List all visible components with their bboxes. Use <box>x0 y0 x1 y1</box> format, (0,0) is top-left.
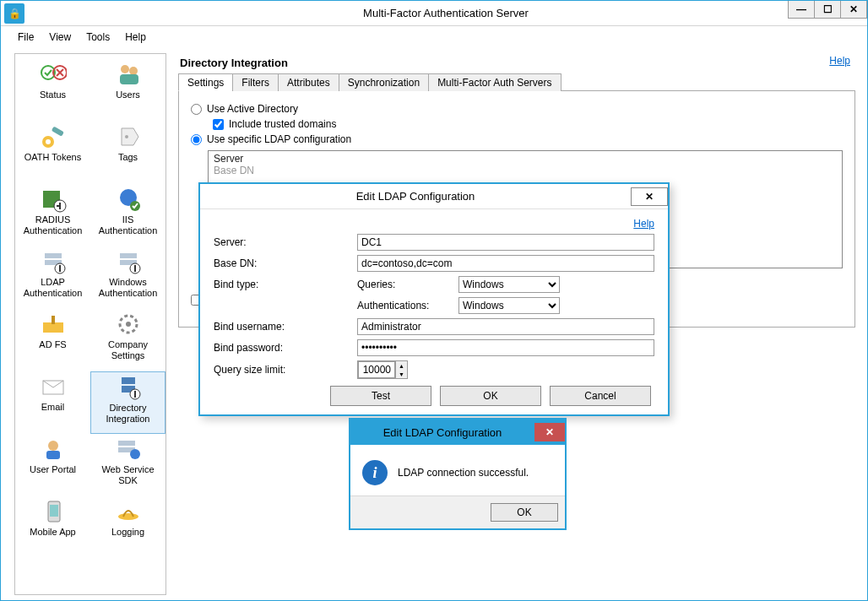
input-qsize[interactable] <box>358 361 395 378</box>
svg-rect-24 <box>122 377 135 384</box>
close-button[interactable]: ✕ <box>840 0 867 19</box>
tab-mfa-servers[interactable]: Multi-Factor Auth Servers <box>428 73 561 91</box>
list-header-server: Server <box>214 153 837 165</box>
nav-adfs-label: AD FS <box>39 339 66 350</box>
test-button[interactable]: Test <box>330 386 431 406</box>
nav-logging[interactable]: Logging <box>90 496 165 559</box>
ldap-dialog-close-button[interactable]: ✕ <box>631 187 668 206</box>
page-title: Directory Integration <box>178 55 855 73</box>
help-link[interactable]: Help <box>829 55 850 67</box>
nav-company-label: Company Settings <box>92 339 164 361</box>
spinner-up[interactable]: ▲ <box>396 361 407 370</box>
ldap-dialog-help-link[interactable]: Help <box>214 218 654 230</box>
svg-rect-33 <box>50 505 58 517</box>
nav-email-label: Email <box>41 402 65 413</box>
titlebar: 🔒 Multi-Factor Authentication Server — ☐… <box>1 1 867 26</box>
label-ad: Use Active Directory <box>207 103 298 115</box>
nav-ldap[interactable]: LDAP Authentication <box>15 246 90 309</box>
svg-point-8 <box>125 135 128 138</box>
input-bindpass[interactable] <box>357 339 654 356</box>
nav-users[interactable]: Users <box>90 59 165 122</box>
svg-point-27 <box>48 441 58 451</box>
svg-point-3 <box>129 67 138 75</box>
msgbox-text: LDAP connection successful. <box>398 467 529 479</box>
tab-settings[interactable]: Settings <box>178 73 233 91</box>
nav-user-portal[interactable]: User Portal <box>15 434 90 496</box>
tabbar: Settings Filters Attributes Synchronizat… <box>178 73 855 91</box>
menu-tools[interactable]: Tools <box>86 31 110 43</box>
input-server[interactable] <box>357 234 654 251</box>
minimize-button[interactable]: — <box>788 0 815 19</box>
label-qsize: Query size limit: <box>214 364 357 376</box>
msgbox-close-button[interactable]: ✕ <box>534 423 565 441</box>
nav-directory-integration[interactable]: Directory Integration <box>90 371 165 434</box>
svg-rect-13 <box>45 253 62 258</box>
input-binduser[interactable] <box>357 318 654 335</box>
menu-help[interactable]: Help <box>125 31 146 43</box>
info-icon: i <box>362 460 388 485</box>
nav-status-label: Status <box>40 89 66 100</box>
svg-point-34 <box>118 513 138 520</box>
radio-active-directory[interactable] <box>191 104 202 115</box>
maximize-button[interactable]: ☐ <box>814 0 841 19</box>
label-bindtype: Bind type: <box>214 279 357 290</box>
nav-radius-label: RADIUS Authentication <box>17 214 89 236</box>
select-auths[interactable]: Windows <box>458 297 560 314</box>
nav-mobile-label: Mobile App <box>30 527 75 538</box>
tab-sync[interactable]: Synchronization <box>339 73 429 91</box>
nav-web-sdk[interactable]: Web Service SDK <box>90 434 165 496</box>
nav-sdk-label: Web Service SDK <box>92 464 164 486</box>
nav-oath-label: OATH Tokens <box>24 152 81 163</box>
select-queries[interactable]: Windows <box>458 276 560 293</box>
svg-point-2 <box>121 65 129 73</box>
svg-rect-4 <box>120 74 138 84</box>
menubar: File View Tools Help <box>1 26 867 48</box>
nav-status[interactable]: Status <box>15 59 90 122</box>
label-ldap: Use specific LDAP configuration <box>207 133 351 145</box>
list-header-basedn: Base DN <box>214 165 837 176</box>
nav-logging-label: Logging <box>111 527 144 538</box>
label-server: Server: <box>214 236 357 248</box>
menu-view[interactable]: View <box>49 31 71 43</box>
msgbox-ok-button[interactable]: OK <box>491 503 558 522</box>
nav-tags[interactable]: Tags <box>90 122 165 184</box>
spinner-qsize[interactable]: ▲▼ <box>357 360 408 379</box>
checkbox-trusted-domains[interactable] <box>213 119 224 130</box>
input-basedn[interactable] <box>357 255 654 272</box>
sidebar: Status Users OATH Tokens Tags RADIUS Aut… <box>14 53 166 595</box>
nav-iis[interactable]: IIS Authentication <box>90 184 165 246</box>
svg-point-31 <box>130 449 140 459</box>
nav-ldap-label: LDAP Authentication <box>17 277 89 299</box>
window-title: Multi-Factor Authentication Server <box>24 7 867 19</box>
spinner-down[interactable]: ▼ <box>396 370 407 378</box>
svg-point-6 <box>46 139 51 144</box>
nav-users-label: Users <box>116 89 140 100</box>
nav-di-label: Directory Integration <box>93 403 163 425</box>
label-trusted: Include trusted domains <box>229 118 336 130</box>
label-queries: Queries: <box>357 279 458 290</box>
nav-mobile[interactable]: Mobile App <box>15 496 90 559</box>
tab-attributes[interactable]: Attributes <box>278 73 339 91</box>
svg-rect-16 <box>120 253 137 258</box>
tab-filters[interactable]: Filters <box>232 73 279 91</box>
app-icon: 🔒 <box>4 3 24 24</box>
menu-file[interactable]: File <box>18 31 34 43</box>
ldap-dialog-title: Edit LDAP Configuration <box>200 190 631 203</box>
nav-radius[interactable]: RADIUS Authentication <box>15 184 90 246</box>
nav-company[interactable]: Company Settings <box>90 309 165 371</box>
nav-iis-label: IIS Authentication <box>92 214 164 236</box>
nav-oath[interactable]: OATH Tokens <box>15 122 90 184</box>
label-bindpass: Bind password: <box>214 342 357 354</box>
nav-windows-label: Windows Authentication <box>92 277 164 299</box>
svg-point-22 <box>126 322 131 327</box>
msgbox-title: Edit LDAP Configuration <box>350 426 534 439</box>
nav-email[interactable]: Email <box>15 371 90 434</box>
nav-windows-auth[interactable]: Windows Authentication <box>90 246 165 309</box>
nav-adfs[interactable]: AD FS <box>15 309 90 371</box>
radio-ldap[interactable] <box>191 134 202 145</box>
ok-button[interactable]: OK <box>440 386 541 406</box>
svg-rect-20 <box>52 316 55 324</box>
cancel-button[interactable]: Cancel <box>550 386 651 406</box>
ldap-dialog: Edit LDAP Configuration ✕ Help Server: B… <box>198 182 670 416</box>
label-binduser: Bind username: <box>214 321 357 333</box>
